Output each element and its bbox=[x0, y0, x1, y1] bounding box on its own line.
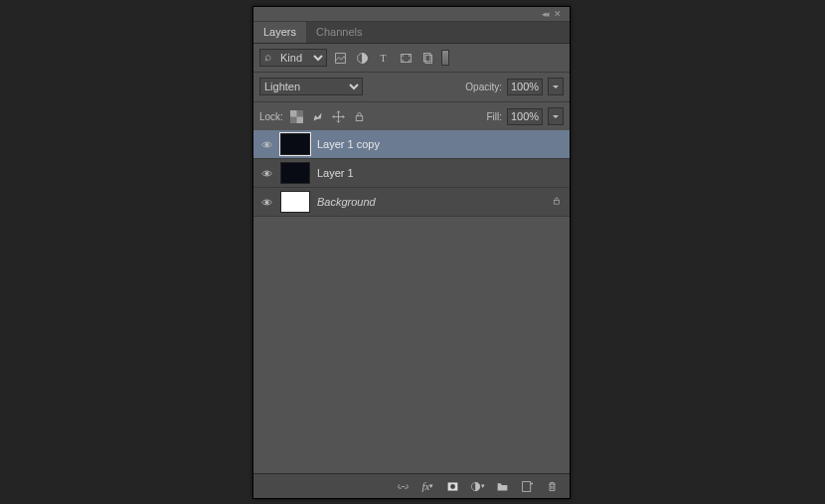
layer-thumbnail[interactable] bbox=[280, 191, 310, 213]
svg-rect-17 bbox=[555, 200, 560, 204]
link-layers-icon[interactable] bbox=[396, 479, 411, 494]
layers-list: Layer 1 copyLayer 1Background bbox=[253, 130, 570, 217]
lock-row: Lock: Fill: bbox=[253, 102, 570, 130]
layer-group-icon[interactable] bbox=[495, 479, 510, 494]
opacity-label: Opacity: bbox=[465, 82, 502, 92]
svg-point-4 bbox=[403, 55, 404, 56]
layer-row[interactable]: Layer 1 copy bbox=[253, 130, 570, 159]
svg-point-15 bbox=[264, 171, 267, 174]
fill-dropdown[interactable] bbox=[548, 107, 564, 125]
filter-shape-icon[interactable] bbox=[398, 50, 414, 67]
svg-rect-11 bbox=[290, 110, 297, 117]
opacity-dropdown[interactable] bbox=[548, 78, 564, 95]
filter-type-icon[interactable]: T bbox=[376, 50, 393, 67]
fill-input[interactable] bbox=[507, 108, 543, 125]
visibility-icon[interactable] bbox=[259, 196, 273, 209]
layer-name[interactable]: Layer 1 copy bbox=[317, 138, 545, 150]
panel-tabs: Layers Channels bbox=[253, 22, 570, 44]
svg-rect-0 bbox=[336, 53, 346, 63]
svg-rect-12 bbox=[296, 116, 303, 123]
svg-rect-21 bbox=[523, 481, 531, 491]
lock-pixels-icon[interactable] bbox=[309, 108, 326, 125]
layer-name[interactable]: Background bbox=[317, 196, 545, 208]
svg-point-19 bbox=[450, 484, 455, 489]
panel-titlebar: ◂◂ ✕ bbox=[253, 7, 570, 22]
panel-footer: fx▾ ▾ bbox=[253, 473, 570, 498]
new-layer-icon[interactable] bbox=[520, 479, 535, 494]
tab-layers[interactable]: Layers bbox=[253, 22, 306, 43]
fill-label: Fill: bbox=[486, 111, 502, 122]
blend-row: Lighten Opacity: bbox=[253, 73, 570, 102]
svg-point-14 bbox=[264, 142, 267, 145]
filter-smart-icon[interactable] bbox=[419, 50, 436, 67]
svg-point-16 bbox=[264, 200, 267, 203]
filter-pixel-icon[interactable] bbox=[332, 50, 349, 67]
opacity-input[interactable] bbox=[507, 79, 543, 95]
filter-row: Kind T bbox=[253, 44, 570, 73]
delete-layer-icon[interactable] bbox=[545, 479, 560, 494]
svg-text:T: T bbox=[380, 52, 386, 63]
visibility-icon[interactable] bbox=[259, 167, 273, 180]
svg-point-7 bbox=[409, 60, 410, 61]
layers-panel: ◂◂ ✕ Layers Channels Kind T Lighten Opac… bbox=[252, 6, 571, 499]
lock-transparency-icon[interactable] bbox=[288, 108, 305, 125]
collapse-icon[interactable]: ◂◂ bbox=[542, 9, 548, 19]
layer-effects-icon[interactable]: fx▾ bbox=[420, 479, 435, 494]
layer-row[interactable]: Layer 1 bbox=[253, 159, 570, 188]
close-icon[interactable]: ✕ bbox=[554, 9, 562, 19]
layer-row[interactable]: Background bbox=[253, 188, 570, 217]
visibility-icon[interactable] bbox=[259, 138, 273, 151]
layer-name[interactable]: Layer 1 bbox=[317, 167, 545, 179]
tab-channels[interactable]: Channels bbox=[306, 22, 372, 43]
layer-mask-icon[interactable] bbox=[445, 479, 460, 494]
adjustment-layer-icon[interactable]: ▾ bbox=[470, 479, 485, 494]
lock-all-icon[interactable] bbox=[351, 108, 368, 125]
layer-thumbnail[interactable] bbox=[280, 162, 310, 184]
svg-point-5 bbox=[409, 55, 410, 56]
filter-toggle[interactable] bbox=[441, 50, 449, 66]
lock-label: Lock: bbox=[259, 111, 283, 122]
filter-adjustment-icon[interactable] bbox=[354, 50, 371, 67]
blend-mode-select[interactable]: Lighten bbox=[259, 78, 363, 95]
filter-kind-select[interactable]: Kind bbox=[259, 49, 327, 67]
layer-thumbnail[interactable] bbox=[280, 133, 310, 155]
lock-position-icon[interactable] bbox=[330, 108, 347, 125]
svg-point-6 bbox=[403, 60, 404, 61]
lock-indicator-icon bbox=[552, 196, 564, 208]
svg-rect-13 bbox=[356, 115, 363, 120]
